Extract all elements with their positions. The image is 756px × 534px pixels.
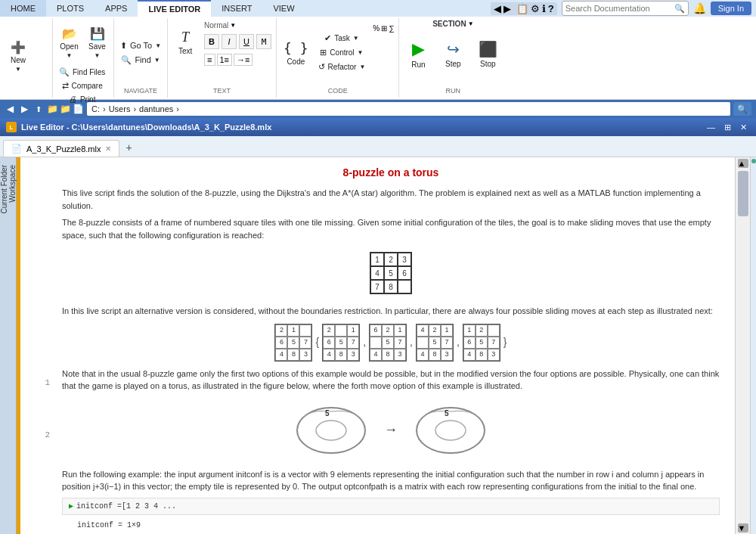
ribbon-section-code: { } Code ✔ Task ▼ ⊞ Control ▼ ↺ Refactor…: [277, 18, 399, 98]
task-dropdown-icon[interactable]: ▼: [353, 35, 359, 42]
question-icon[interactable]: ?: [548, 3, 554, 14]
cell-2-3: 6: [398, 266, 411, 280]
refactor-dropdown-icon[interactable]: ▼: [359, 64, 365, 70]
menu-home[interactable]: HOME: [0, 0, 46, 17]
section-dropdown-icon[interactable]: ▼: [468, 20, 474, 27]
style-dropdown-icon[interactable]: ▼: [230, 22, 236, 29]
torus-svg-1: 5: [293, 404, 369, 457]
sg5-6: 7: [488, 337, 500, 349]
sign-in-button[interactable]: Sign In: [711, 2, 751, 15]
scroll-down-button[interactable]: ▼: [738, 523, 748, 532]
italic-button[interactable]: I: [222, 34, 237, 49]
cell-1-2: 2: [384, 253, 398, 266]
bold-button[interactable]: B: [204, 34, 219, 49]
help-icon[interactable]: 📋: [516, 3, 528, 14]
ribbon-section-run: SECTION ▼ ▶ Run ↪ Step ⬛ Stop: [399, 18, 507, 98]
compare-button[interactable]: ⇄ Compare: [56, 79, 108, 92]
list-unordered-icon[interactable]: ≡: [204, 54, 215, 66]
nav-back-icon[interactable]: ◀: [494, 3, 501, 14]
folder-icon-1[interactable]: 📁: [47, 104, 58, 114]
code-run-icon[interactable]: ▶: [69, 501, 73, 512]
seq-comma-2: ,: [410, 334, 413, 350]
control-dropdown-icon[interactable]: ▼: [358, 49, 364, 56]
editor-content[interactable]: 1 2 3 8-puzzle on a torus This live scri…: [20, 157, 735, 534]
ribbon-section-file: 📂 Open ▼ 💾 Save ▼ 🔍 Find Files ⇄ Compar: [53, 18, 114, 98]
run-button[interactable]: ▶ Run: [402, 31, 434, 76]
close-editor-button[interactable]: ✕: [737, 122, 750, 133]
seq-brace-1: {: [315, 334, 319, 350]
nav-back-addr-icon[interactable]: ◀: [5, 103, 16, 115]
menu-apps[interactable]: APPS: [94, 0, 138, 17]
add-tab-button[interactable]: +: [119, 138, 138, 157]
nav-up-icon[interactable]: ⬆: [33, 104, 44, 114]
scroll-thumb[interactable]: [738, 171, 748, 216]
task-button[interactable]: ✔ Task ▼: [315, 32, 369, 45]
menu-view[interactable]: VIEW: [262, 0, 305, 17]
goto-dropdown-icon[interactable]: ▼: [155, 42, 161, 49]
address-search-icon[interactable]: 🔍: [733, 102, 751, 116]
addr-users: Users: [109, 104, 131, 113]
ribbon-section-new: ➕ New ▼: [0, 18, 53, 98]
info-icon[interactable]: ℹ: [542, 3, 546, 14]
minimize-button[interactable]: —: [704, 122, 718, 133]
puzzle-grid-container: 1 2 3 4 5 6 7 8: [62, 247, 720, 299]
folder-icon-3[interactable]: 📄: [73, 104, 84, 114]
marker-1: [751, 159, 756, 163]
tab-close-button[interactable]: ✕: [105, 144, 111, 153]
sg4-7: 4: [417, 349, 429, 361]
doc-para-5: Run the following example: the input arg…: [62, 468, 720, 493]
sg1-8: 8: [287, 349, 299, 361]
refactor-button[interactable]: ↺ Refactor ▼: [315, 61, 369, 73]
sg3-7: 4: [370, 349, 382, 361]
sg4-9: 3: [441, 349, 453, 361]
goto-button[interactable]: ⬆ Go To ▼: [117, 39, 164, 52]
torus-arrow: →: [384, 420, 398, 440]
torus-svg-2: 5: [413, 404, 488, 457]
cell-1-1: 1: [370, 253, 384, 266]
new-button[interactable]: ➕ New ▼: [3, 34, 33, 79]
monospace-button[interactable]: M: [256, 34, 271, 49]
notification-icon[interactable]: 🔔: [693, 2, 706, 14]
new-dropdown-icon[interactable]: ▼: [15, 66, 21, 73]
current-folder-panel[interactable]: Current Folder: [0, 157, 8, 534]
svg-point-1: [316, 421, 346, 440]
folder-icon-2[interactable]: 📁: [60, 104, 71, 114]
find-button[interactable]: 🔍 Find ▼: [118, 54, 163, 67]
doc-tab[interactable]: 📄 A_3_K_Puzzle8.mlx ✕: [3, 140, 119, 157]
line-number-2: 2: [20, 429, 50, 442]
save-dropdown-icon[interactable]: ▼: [94, 52, 101, 59]
code-icon: { }: [284, 40, 308, 56]
nav-forward-addr-icon[interactable]: ▶: [19, 103, 30, 115]
scroll-track[interactable]: [736, 218, 750, 522]
ribbon-toolbar: ➕ New ▼ 📂 Open ▼ 💾 Save ▼: [0, 17, 756, 100]
control-button[interactable]: ⊞ Control ▼: [315, 46, 369, 59]
open-dropdown-icon[interactable]: ▼: [67, 52, 73, 59]
find-dropdown-icon[interactable]: ▼: [154, 57, 160, 64]
settings-icon[interactable]: ⚙: [531, 3, 540, 14]
grid-icon-1: ⊞: [381, 24, 387, 33]
open-button[interactable]: 📂 Open ▼: [56, 20, 82, 65]
stop-button[interactable]: ⬛ Stop: [472, 31, 503, 76]
search-input[interactable]: [565, 4, 671, 13]
address-path[interactable]: C: › Users › dantunes ›: [87, 102, 730, 116]
search-box[interactable]: 🔍: [562, 1, 689, 16]
workspace-panel[interactable]: Workspace: [8, 157, 17, 534]
sg3-5: 5: [382, 337, 394, 349]
code-button[interactable]: { } Code: [280, 30, 312, 76]
step-button[interactable]: ↪ Step: [437, 31, 469, 76]
maximize-button[interactable]: ⊞: [721, 122, 734, 133]
indent-icon[interactable]: →≡: [234, 54, 253, 66]
sg4-6: 7: [441, 337, 453, 349]
text-button[interactable]: T Text: [171, 20, 200, 65]
save-button[interactable]: 💾 Save ▼: [84, 20, 110, 65]
menu-plots[interactable]: PLOTS: [46, 0, 94, 17]
code-block-1[interactable]: ▶ initconf =[1 2 3 4 ...: [62, 498, 720, 515]
list-ordered-icon[interactable]: 1≡: [217, 54, 233, 66]
section-label: SECTION: [432, 20, 466, 28]
menu-insert[interactable]: INSERT: [211, 0, 262, 17]
find-files-button[interactable]: 🔍 Find Files: [56, 66, 108, 79]
nav-forward-icon[interactable]: ▶: [503, 3, 511, 14]
menu-live-editor[interactable]: LIVE EDITOR: [138, 0, 211, 17]
scroll-up-button[interactable]: ▲: [738, 159, 748, 168]
underline-button[interactable]: U: [239, 34, 254, 49]
